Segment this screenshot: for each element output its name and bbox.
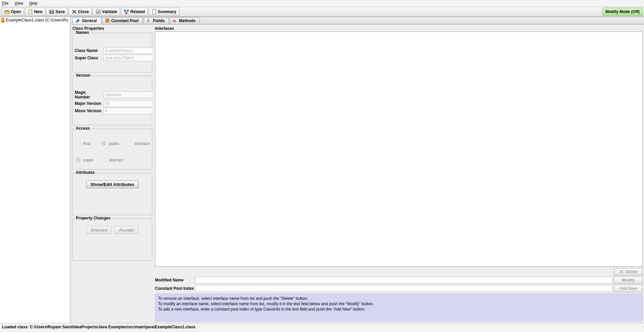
- svg-rect-3: [50, 10, 53, 11]
- open-button[interactable]: Open: [1, 8, 24, 16]
- validate-button[interactable]: Validate: [93, 8, 120, 16]
- discard-button[interactable]: Discard: [87, 226, 112, 234]
- open-button-label: Open: [11, 9, 21, 14]
- tab-methods-label: Methods: [179, 18, 196, 23]
- add-new-button-label: Add New: [620, 286, 637, 291]
- tree-root-node[interactable]: ExampleClass1.class (C:\Users\Ru: [0, 17, 70, 23]
- chk-abstract-label: abstract: [109, 158, 123, 162]
- interfaces-column: Interfaces Delete Modified Name Modify C…: [155, 26, 643, 322]
- add-new-button[interactable]: Add New: [614, 285, 643, 292]
- property-changes-legend: Property Changes: [75, 216, 111, 220]
- help-line-1: To remove an interface, select interface…: [158, 296, 640, 301]
- modified-name-label: Modified Name: [155, 278, 194, 282]
- chk-interface-label: interface: [135, 141, 150, 146]
- chk-final[interactable]: final: [75, 140, 98, 147]
- validate-button-label: Validate: [102, 9, 117, 14]
- close-button[interactable]: Close: [68, 8, 92, 16]
- new-button-label: New: [34, 9, 43, 14]
- summary-button[interactable]: Summary: [149, 8, 179, 16]
- related-button[interactable]: Related: [121, 8, 148, 16]
- toolbar: Open New Save Close Validate Related S: [0, 7, 644, 17]
- names-fieldset: Names Class Name Super Class: [72, 33, 152, 72]
- svg-rect-5: [96, 10, 100, 14]
- menu-bar: File View Help: [0, 0, 644, 7]
- minor-version-input: [103, 108, 152, 114]
- accept-button[interactable]: Accept: [114, 226, 138, 234]
- file-tree[interactable]: ExampleClass1.class (C:\Users\Ru: [0, 17, 71, 323]
- content-pane: General Constant Pool f Fields m Methods…: [71, 17, 644, 323]
- cpi-label: Constant Pool Index: [155, 286, 194, 291]
- magic-number-input: [103, 91, 152, 98]
- delete-x-icon: [619, 269, 624, 274]
- svg-rect-6: [124, 10, 126, 11]
- access-fieldset: Access final public interface super abst…: [72, 129, 152, 170]
- tree-root-label: ExampleClass1.class (C:\Users\Ru: [6, 18, 68, 22]
- save-icon: [49, 9, 54, 14]
- delete-button-label: Delete: [626, 269, 638, 274]
- tab-fields-label: Fields: [153, 18, 165, 23]
- close-button-label: Close: [78, 9, 89, 14]
- methods-icon: m: [173, 18, 177, 23]
- chk-public[interactable]: public: [100, 140, 124, 147]
- version-fieldset: Version Magic Number Major Version Minor…: [72, 76, 152, 125]
- delete-button[interactable]: Delete: [614, 268, 643, 275]
- interfaces-help: To remove an interface, select interface…: [155, 293, 643, 322]
- summary-button-label: Summary: [158, 9, 176, 14]
- chk-interface[interactable]: interface: [126, 140, 150, 147]
- db-icon: [105, 18, 110, 23]
- modify-mode-label: Modify Mode (Off): [605, 9, 640, 14]
- modify-button[interactable]: Modify: [614, 276, 643, 284]
- save-button-label: Save: [55, 9, 65, 14]
- close-icon: [71, 9, 77, 14]
- chk-super[interactable]: super: [75, 157, 98, 163]
- svg-point-1: [31, 9, 33, 11]
- svg-rect-7: [127, 10, 129, 11]
- tab-general-label: General: [82, 18, 97, 23]
- svg-text:f: f: [148, 18, 149, 23]
- modify-button-label: Modify: [622, 278, 635, 282]
- tab-constant-pool[interactable]: Constant Pool: [102, 17, 143, 24]
- tab-general[interactable]: General: [72, 17, 101, 24]
- svg-rect-8: [125, 12, 127, 14]
- menu-view-label: iew: [17, 1, 23, 6]
- tab-methods[interactable]: m Methods: [170, 17, 200, 24]
- save-button[interactable]: Save: [46, 8, 68, 16]
- status-text: Loaded class: C:\Users\Rupam Saini\IdeaP…: [2, 325, 196, 329]
- status-bar: Loaded class: C:\Users\Rupam Saini\IdeaP…: [0, 323, 644, 331]
- menu-help-label: elp: [32, 1, 38, 6]
- class-file-icon: [1, 18, 4, 22]
- related-button-label: Related: [130, 9, 145, 14]
- new-icon: [28, 9, 33, 14]
- show-edit-attributes-button[interactable]: Show/Edit Attributes: [86, 181, 139, 188]
- magic-number-label: Magic Number: [75, 90, 102, 99]
- property-changes-fieldset: Property Changes Discard Accept: [72, 218, 152, 261]
- modified-name-input[interactable]: [195, 277, 612, 283]
- related-icon: [124, 9, 129, 14]
- tab-fields[interactable]: f Fields: [144, 17, 169, 24]
- main-area: ExampleClass1.class (C:\Users\Ru General…: [0, 17, 644, 323]
- interfaces-list[interactable]: [155, 31, 643, 267]
- chk-final-box[interactable]: [76, 141, 80, 146]
- cpi-input[interactable]: [195, 285, 612, 292]
- chk-abstract-box[interactable]: [102, 158, 106, 162]
- interfaces-title: Interfaces: [155, 26, 643, 31]
- open-folder-icon: [4, 9, 10, 14]
- menu-view[interactable]: View: [14, 1, 23, 6]
- chk-public-box[interactable]: [102, 141, 106, 146]
- minor-version-label: Minor Version: [75, 109, 102, 113]
- chk-abstract[interactable]: abstract: [100, 157, 124, 163]
- help-line-3: To add a new interface, enter a constant…: [158, 307, 640, 312]
- chk-public-label: public: [109, 141, 119, 146]
- names-legend: Names: [75, 30, 90, 35]
- chk-super-label: super: [83, 158, 93, 162]
- chk-final-label: final: [83, 141, 91, 146]
- tab-strip: General Constant Pool f Fields m Methods: [71, 17, 644, 24]
- major-version-label: Major Version: [75, 101, 102, 106]
- menu-help[interactable]: Help: [29, 1, 38, 6]
- new-button[interactable]: New: [25, 8, 46, 16]
- chk-super-box[interactable]: [76, 158, 80, 162]
- modify-mode-button[interactable]: Modify Mode (Off): [602, 8, 643, 16]
- menu-file-label: ile: [4, 1, 8, 6]
- menu-file[interactable]: File: [2, 1, 8, 6]
- chk-interface-box[interactable]: [127, 141, 132, 146]
